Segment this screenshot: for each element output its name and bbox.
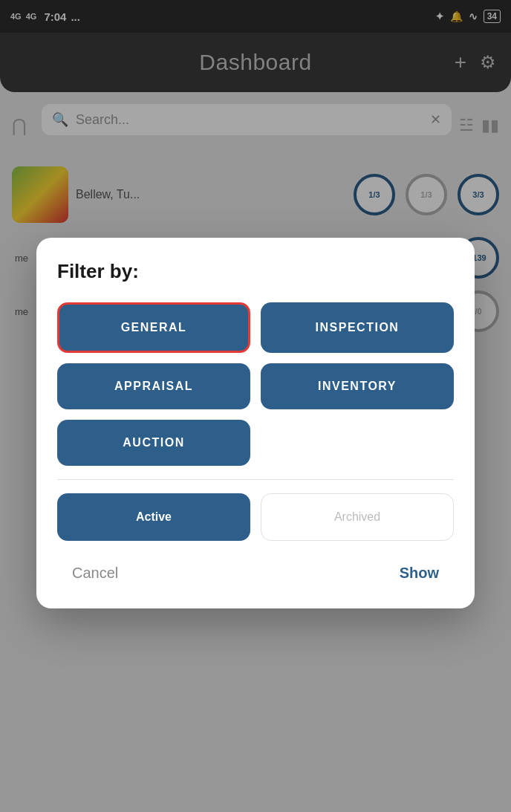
modal-footer: Cancel Show xyxy=(57,559,454,588)
filter-auction-row: AUCTION xyxy=(57,420,454,466)
status-row: Active Archived xyxy=(57,493,454,541)
filter-general-button[interactable]: GENERAL xyxy=(57,302,250,353)
show-button[interactable]: Show xyxy=(385,559,454,588)
filter-inspection-button[interactable]: INSPECTION xyxy=(261,302,454,353)
status-active-button[interactable]: Active xyxy=(57,493,250,541)
filter-inventory-button[interactable]: INVENTORY xyxy=(261,363,454,409)
cancel-button[interactable]: Cancel xyxy=(57,559,133,588)
filter-modal: Filter by: GENERAL INSPECTION APPRAISAL … xyxy=(36,238,475,608)
modal-overlay: Filter by: GENERAL INSPECTION APPRAISAL … xyxy=(0,0,511,812)
filter-auction-button[interactable]: AUCTION xyxy=(57,420,250,466)
filter-appraisal-button[interactable]: APPRAISAL xyxy=(57,363,250,409)
modal-divider xyxy=(57,479,454,480)
filter-grid: GENERAL INSPECTION APPRAISAL INVENTORY xyxy=(57,302,454,409)
status-archived-button[interactable]: Archived xyxy=(261,493,454,541)
modal-title: Filter by: xyxy=(57,260,454,283)
filter-empty-slot xyxy=(261,420,454,466)
